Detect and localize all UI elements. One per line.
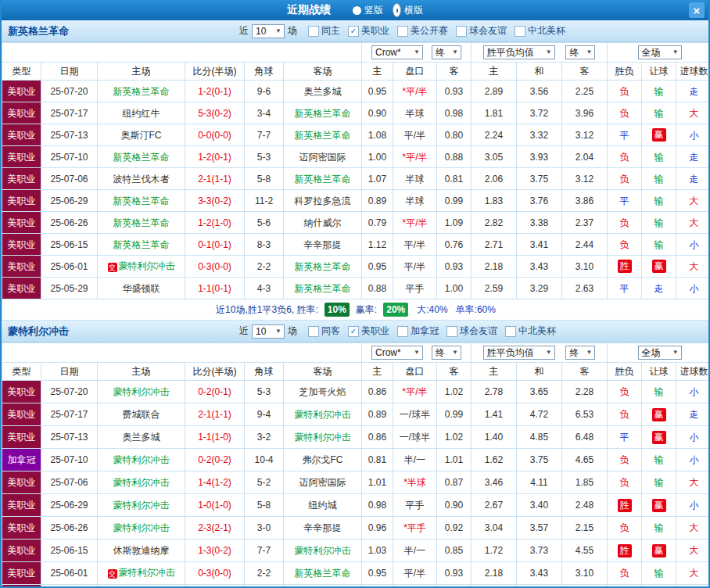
odds-source-select[interactable]: Crow*▼ (371, 346, 423, 360)
scope-select[interactable]: 全场▼ (638, 346, 682, 360)
avg-draw-cell: 3.73 (517, 540, 562, 562)
team-name: 蒙特利尔冲击 (8, 324, 69, 339)
odds-away-cell: 0.87 (437, 471, 472, 494)
goals-result-cell-value: 大 (690, 217, 699, 228)
corners-cell: 8-3 (245, 234, 284, 256)
filter-checkbox[interactable] (446, 326, 457, 337)
scope-select[interactable]: 全场▼ (638, 45, 682, 59)
chevron-down-icon: ▼ (414, 350, 420, 356)
goals-result-cell: 大 (676, 102, 710, 124)
league-cell: 美职业 (2, 540, 41, 562)
handicap-result-cell-value: 输 (654, 86, 664, 97)
score-cell: 0-3(0-0) (185, 256, 245, 278)
avg-source-select[interactable]: 胜平负均值▼ (483, 45, 555, 59)
goals-result-cell-value: 走 (690, 86, 699, 97)
away-team-cell: 新英格兰革命 (284, 278, 362, 299)
home-team-name: 纽约红牛 (123, 108, 160, 119)
home-team-cell: 交蒙特利尔冲击 (98, 256, 185, 278)
avg-away-cell: 2.44 (562, 234, 608, 256)
corners-cell: 5-8 (245, 168, 284, 190)
date-cell: 25-06-01 (41, 562, 98, 585)
outcome-cell: 负 (608, 81, 642, 102)
avg-home-cell: 2.18 (472, 256, 517, 278)
league-cell: 美职业 (2, 494, 41, 517)
avg-away-cell: 6.51 (562, 585, 608, 588)
column-header: 盘口 (393, 363, 437, 381)
goals-result-cell: 小 (676, 278, 710, 299)
close-button[interactable]: × (689, 2, 705, 18)
goals-result-cell-value: 走 (690, 152, 699, 163)
handicap-result-cell: 输 (642, 381, 676, 403)
odds-away-cell: 0.81 (437, 168, 472, 190)
handicap-cell: 半球 (393, 168, 437, 190)
filter-checkbox[interactable] (505, 326, 516, 337)
match-row: 美职业25-05-29迈阿密国际4-2(1-0)0-2蒙特利尔冲击0.92一/球… (2, 585, 710, 588)
avg-away-cell: 2.25 (562, 81, 608, 102)
away-team-cell: 新英格兰革命 (284, 102, 362, 124)
filter-checkbox[interactable]: ✓ (348, 26, 359, 37)
filter-checkbox[interactable] (456, 26, 467, 37)
avg-away-cell: 3.12 (562, 124, 608, 146)
filter-label: 美职业 (361, 24, 389, 38)
odds-source-select[interactable]: Crow*▼ (371, 45, 423, 59)
summary-mid: 赢率: (356, 304, 377, 315)
odds-period-select[interactable]: 终▼ (432, 346, 461, 360)
avg-away-cell: 2.15 (562, 517, 608, 540)
league-cell: 美职业 (2, 146, 41, 168)
away-team-name: 辛辛那提 (304, 239, 342, 250)
avg-source-select[interactable]: 胜平负均值▼ (483, 346, 555, 360)
column-header: 比分(半场) (185, 63, 245, 81)
odds-period-select[interactable]: 终▼ (432, 45, 461, 59)
handicap-result-cell: 输 (642, 146, 676, 168)
column-header: 角球 (245, 363, 284, 381)
home-team-name: 波特兰伐木者 (113, 174, 170, 185)
filter-checkbox[interactable] (515, 26, 525, 37)
home-team-name: 新英格兰革命 (113, 239, 170, 250)
filter-checkbox[interactable] (397, 26, 408, 37)
recent-count-select-value: 10 (256, 26, 266, 37)
outcome-cell: 负 (608, 449, 642, 471)
layout-radio-horizontal[interactable] (393, 3, 401, 17)
recent-count-select-value: 10 (256, 326, 266, 337)
chevron-down-icon: ▼ (452, 350, 458, 356)
outcome-cell-value: 胜 (618, 544, 632, 558)
filter-checkbox[interactable] (397, 326, 408, 337)
filter-label: 中北美杯 (518, 324, 556, 338)
popup-title: 近期战绩 (287, 3, 331, 17)
away-team-cell: 新英格兰革命 (284, 168, 362, 190)
league-cell: 美职业 (2, 212, 41, 234)
goals-result-cell: 走 (676, 168, 710, 190)
corners-cell: 9-6 (245, 81, 284, 102)
avg-draw-cell: 4.11 (517, 471, 562, 494)
handicap-result-cell: 赢 (642, 124, 676, 146)
goals-result-cell-value: 大 (690, 568, 699, 579)
goals-result-cell: 大 (676, 471, 710, 494)
filter-checkbox[interactable] (308, 326, 319, 337)
corners-cell: 3-4 (245, 102, 284, 124)
layout-radio-vertical[interactable] (353, 6, 361, 15)
away-team-cell: 新英格兰革命 (284, 256, 362, 278)
avg-home-cell: 1.62 (472, 449, 517, 471)
goals-result-cell: 大 (676, 562, 710, 585)
recent-count-select[interactable]: 10▼ (252, 24, 285, 38)
handicap-cell: 平/半 (393, 124, 437, 146)
odds-period-select-value: 终 (436, 48, 445, 57)
handicap-result-cell-value: 赢 (652, 128, 666, 142)
avg-home-cell: 1.72 (472, 540, 517, 562)
avg-period-select[interactable]: 终▼ (565, 346, 595, 360)
handicap-result-cell: 输 (642, 562, 676, 585)
scope-select-value: 全场 (642, 48, 661, 57)
date-cell: 25-07-20 (41, 381, 98, 403)
away-team-cell: 科罗拉多急流 (284, 190, 362, 212)
column-header: 类型 (2, 363, 41, 381)
outcome-cell-value: 负 (620, 386, 629, 397)
filter-checkbox[interactable]: ✓ (348, 326, 359, 337)
match-row: 美职业25-06-15新英格兰革命0-1(0-1)8-3辛辛那提1.12平/半0… (2, 234, 710, 256)
recent-count-select[interactable]: 10▼ (252, 324, 285, 339)
goals-result-cell-value: 大 (690, 108, 699, 119)
filter-checkbox[interactable] (308, 26, 319, 37)
outcome-cell-value: 胜 (618, 260, 632, 273)
avg-period-select[interactable]: 终▼ (565, 45, 595, 59)
away-team-name: 奥兰多城 (304, 86, 342, 97)
away-team-name: 迈阿密国际 (299, 152, 346, 163)
